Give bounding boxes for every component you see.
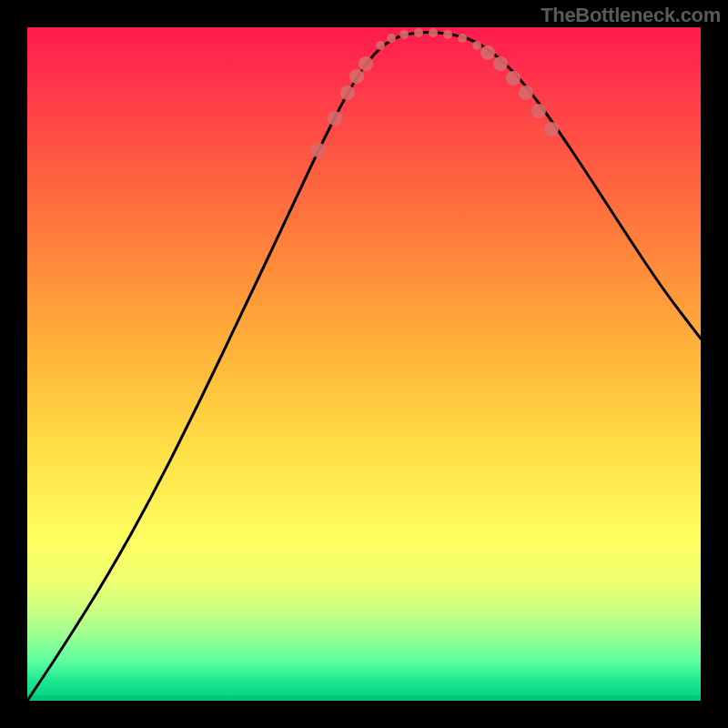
- data-marker: [311, 143, 326, 157]
- data-marker: [349, 69, 364, 84]
- chart-area: [27, 27, 701, 701]
- data-marker: [544, 122, 559, 136]
- data-marker: [472, 41, 481, 50]
- watermark-text: TheBottleneck.com: [541, 4, 721, 27]
- data-marker: [506, 71, 521, 86]
- data-marker: [493, 56, 508, 71]
- data-marker: [519, 86, 533, 100]
- data-marker: [414, 28, 423, 37]
- data-marker: [328, 111, 342, 126]
- data-marker: [340, 86, 355, 100]
- data-marker: [458, 34, 467, 43]
- data-marker: [359, 56, 373, 71]
- data-marker: [387, 34, 396, 43]
- data-marker: [376, 41, 385, 50]
- data-marker: [443, 30, 452, 39]
- data-marker: [480, 46, 495, 60]
- bottleneck-curve: [27, 33, 701, 702]
- curve-svg: [27, 27, 701, 701]
- data-marker: [399, 30, 409, 39]
- data-marker: [531, 104, 546, 118]
- data-marker: [429, 28, 438, 37]
